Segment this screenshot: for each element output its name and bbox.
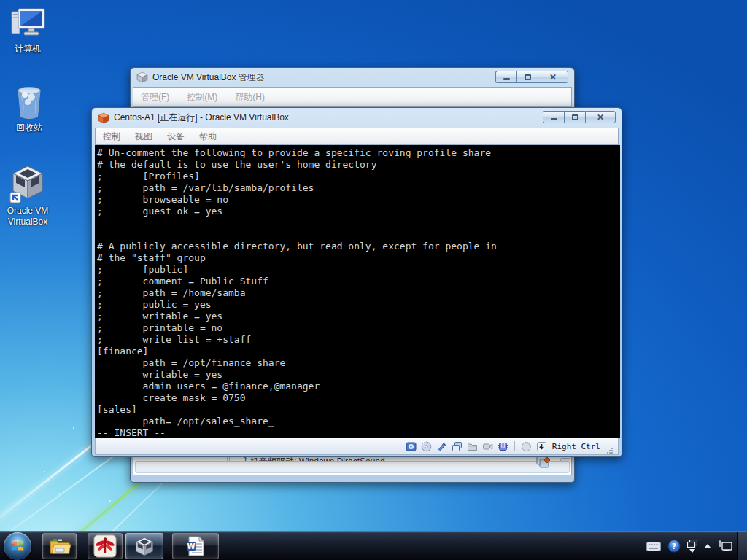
vm-statusbar: U Right Ctrl [95,438,619,455]
svg-text:?: ? [672,542,676,551]
menu-manage[interactable]: 管理(F) [141,91,169,104]
terminal-line: ; public = yes [97,299,620,311]
vm-window-title: Centos-A1 [正在运行] - Oracle VM VirtualBox [114,112,289,124]
show-hidden-icons-button[interactable] [704,544,711,548]
terminal-line: ; writable = yes [97,311,620,322]
chevron-down-icon [689,549,695,553]
desktop-icon-recycle-bin[interactable]: 回收站 [1,82,57,133]
vm-minimize-button[interactable] [543,111,564,123]
vm-titlebar[interactable]: Centos-A1 [正在运行] - Oracle VM VirtualBox … [92,108,622,128]
taskbar-dragonfly-capture-button[interactable] [88,533,123,559]
svg-text:U: U [500,443,505,450]
details-preview-icon[interactable] [535,455,551,470]
help-tray-icon[interactable]: ? [667,540,681,553]
resize-grip[interactable] [606,447,614,454]
desktop-icon-label: Oracle VM VirtualBox [0,206,55,228]
desktop-icon-virtualbox[interactable]: Oracle VM VirtualBox [0,163,55,228]
terminal-line: # the "staff" group [97,252,620,264]
text-cursor: _ [268,416,274,427]
vm-menubar: 控制 视图 设备 帮助 [95,128,619,145]
taskbar: W ? [0,531,747,560]
terminal-line: ; printable = no [97,322,620,334]
statusbar-separator [514,441,515,451]
word-document-icon: W [185,535,206,557]
menu-help[interactable]: 帮助(H) [235,91,265,104]
terminal-line-with-cursor: path= /opt/sales_share_ [97,416,620,427]
terminal-line: ; write list = +staff [97,334,620,346]
vm-close-button[interactable]: ✕ [585,111,616,123]
usb-chip-icon[interactable]: U [497,440,509,453]
desktop: 计算机 回收站 Oracle VM VirtualBox [0,0,747,560]
vm-terminal-screen[interactable]: # Un-comment the following to provide a … [95,145,620,438]
terminal-line: admin users = @finance,@manager [97,381,620,392]
vm-window[interactable]: Centos-A1 [正在运行] - Oracle VM VirtualBox … [91,107,622,457]
start-button[interactable] [4,532,31,560]
menu-help[interactable]: 帮助 [199,131,217,143]
window-selector-icon[interactable] [687,540,697,553]
virtualbox-vm-icon [98,112,109,124]
network-pen-icon[interactable] [436,440,448,453]
ime-keyboard-icon[interactable] [646,542,661,551]
terminal-line: path= /opt/sales_share [97,416,268,427]
menu-machine[interactable]: 控制(M) [187,91,217,104]
terminal-line: ; path = /home/samba [97,287,620,299]
chevron-up-icon [704,544,711,548]
menu-devices[interactable]: 设备 [167,131,185,143]
recycle-bin-icon [12,82,47,121]
manager-minimize-button[interactable] [495,71,516,83]
host-key-label: Right Ctrl [552,442,600,451]
windows-flag-icon [9,538,26,554]
menu-view[interactable]: 视图 [135,131,152,143]
manager-footer-panel [135,461,570,473]
taskbar-virtualbox-button[interactable] [125,533,163,559]
virtualbox-cube-icon [136,71,148,83]
terminal-line: # Un-comment the following to provide a … [97,147,620,159]
host-key-arrow-icon[interactable] [535,440,548,453]
hard-disk-icon[interactable] [405,440,417,453]
desktop-icon-label: 计算机 [0,44,55,55]
terminal-line: ; [public] [97,264,620,276]
system-tray: ? [646,532,732,560]
manager-menubar: 管理(F) 控制(M) 帮助(H) [133,87,572,107]
manager-close-button[interactable]: ✕ [538,71,568,83]
taskbar-word-button[interactable]: W [172,533,219,559]
terminal-line: [finance] [97,346,620,357]
optical-disc-icon[interactable] [420,440,433,453]
manager-maximize-button[interactable] [516,71,538,83]
terminal-line [97,217,620,229]
terminal-line: ; browseable = no [97,194,620,206]
terminal-line: path = /opt/finance_share [97,357,620,369]
terminal-line: # A publicly accessible directory, but r… [97,241,620,252]
computer-icon [9,6,47,42]
virtualbox-shortcut-icon [9,163,47,204]
terminal-line: ; guest ok = yes [97,206,620,217]
terminal-line: ; path = /var/lib/samba/profiles [97,182,620,194]
shared-folder-icon[interactable] [466,440,479,453]
svg-text:W: W [187,542,195,551]
terminal-line: writable = yes [97,369,620,381]
taskbar-file-explorer-button[interactable] [42,533,77,559]
manager-titlebar[interactable]: Oracle VM VirtualBox 管理器 ✕ [131,68,574,87]
vm-maximize-button[interactable] [564,111,585,123]
show-desktop-button[interactable] [737,532,747,560]
video-capture-icon[interactable] [481,440,494,453]
virtualbox-cube-icon [133,535,155,557]
folder-icon [49,537,71,556]
desktop-icon-computer[interactable]: 计算机 [0,6,55,55]
desktop-icon-label: 回收站 [1,122,57,133]
menu-machine-control[interactable]: 控制 [103,131,120,143]
mouse-integration-icon[interactable] [520,440,533,453]
terminal-line: [sales] [97,404,620,416]
terminal-line: # the default is to use the user's home … [97,159,620,171]
manager-window-title: Oracle VM VirtualBox 管理器 [152,71,265,84]
terminal-line [97,229,620,241]
terminal-line: ; comment = Public Stuff [97,276,620,287]
terminal-line: ; [Profiles] [97,171,620,182]
cascade-windows-icon[interactable] [451,440,463,453]
dragonfly-icon [93,534,117,558]
network-tray-icon[interactable] [718,540,732,553]
vi-insert-mode-status: -- INSERT -- [97,427,620,438]
terminal-line: create mask = 0750 [97,392,620,404]
wallpaper-sparkles [44,471,45,472]
